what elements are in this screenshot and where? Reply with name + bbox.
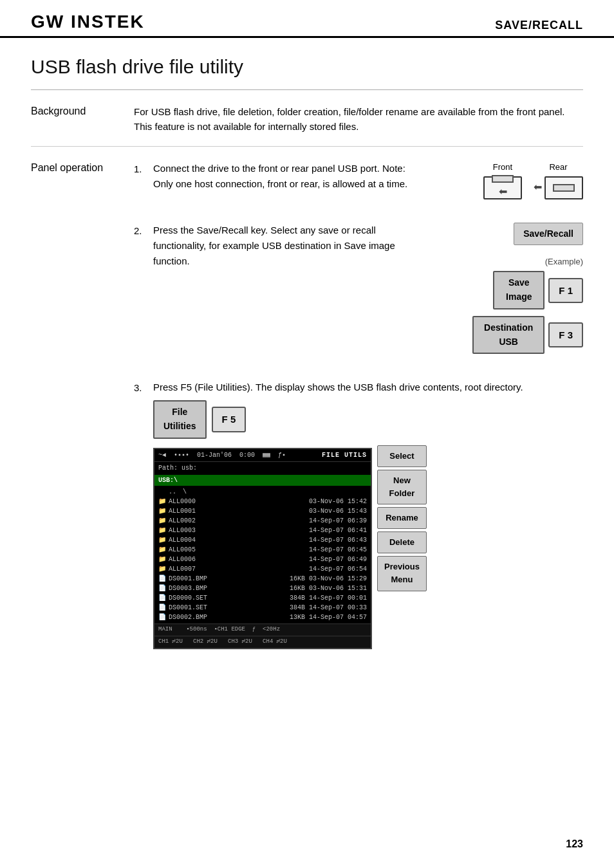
list-item: 📁 ALL0000 03-Nov-06 15:42 — [158, 497, 367, 506]
usb-ports-row: Front ⬅ Rear — [483, 161, 583, 199]
destination-usb-button[interactable]: Destination USB — [472, 316, 544, 354]
list-item: 📁 ALL0001 03-Nov-06 15:43 — [158, 506, 367, 516]
content: USB flash drive file utility Background … — [0, 38, 614, 696]
list-item: 📁 ALL0006 14-Sep-07 06:49 — [158, 555, 367, 564]
list-item: 📄 DS0001.BMP 16KB 03-Nov-06 15:29 — [158, 574, 367, 584]
step-3-number: 3. — [134, 380, 153, 395]
fu-path: Path: usb: — [154, 462, 371, 475]
background-text: For USB flash drive, file deletion, fold… — [134, 104, 583, 134]
save-recall-button[interactable]: Save/Recall — [514, 223, 583, 246]
list-item: 📄 DS0002.BMP 13KB 14-Sep-07 04:57 — [158, 613, 367, 622]
header: GW INSTEK SAVE/RECALL — [0, 0, 614, 38]
fu-statusbar: MAIN ▪500ns ▪CH1 EDGE ƒ <20Hz — [154, 623, 371, 636]
file-util-screen-row: ~◄ •▪▪• 01-Jan'06 0:00 ▦▦ ƒ▪ FILE UTILS … — [153, 445, 583, 649]
save-image-button[interactable]: Save Image — [493, 271, 544, 309]
step-3-body: Press F5 (File Utilities). The display s… — [153, 380, 583, 649]
background-section: Background For USB flash drive, file del… — [31, 90, 583, 147]
panel-operation-label: Panel operation — [31, 161, 134, 174]
front-label: Front — [493, 161, 512, 174]
f1-button[interactable]: F 1 — [548, 278, 583, 303]
usb-front-box: ⬅ — [483, 176, 522, 199]
step-3-text: Press F5 (File Utilities). The display s… — [153, 380, 583, 395]
step-2: 2. Press the Save/Recall key. Select any… — [134, 223, 583, 361]
delete-button[interactable]: Delete — [377, 531, 427, 553]
section-title: SAVE/RECALL — [495, 19, 583, 32]
file-utils-btn-row: File Utilities F 5 — [153, 400, 583, 438]
example-label: (Example) — [545, 255, 583, 268]
list-item: 📄 DS0000.SET 384B 14-Sep-07 00:01 — [158, 593, 367, 603]
file-utilities-button[interactable]: File Utilities — [153, 400, 207, 438]
new-folder-button[interactable]: New Folder — [377, 470, 427, 504]
list-item: 📁 ALL0004 14-Sep-07 06:43 — [158, 535, 367, 545]
fu-topbar: ~◄ •▪▪• 01-Jan'06 0:00 ▦▦ ƒ▪ FILE UTILS — [154, 449, 371, 463]
previous-menu-button[interactable]: Previous Menu — [377, 556, 427, 591]
logo: GW INSTEK — [31, 12, 145, 32]
background-label: Background — [31, 104, 134, 117]
dest-usb-row: Destination USB F 3 — [472, 316, 583, 354]
usb-rear-box — [544, 176, 583, 199]
fu-topbar-right: FILE UTILS — [322, 450, 367, 461]
fu-topbar-left: ~◄ •▪▪• 01-Jan'06 0:00 ▦▦ ƒ▪ — [158, 450, 286, 461]
list-item: 📁 ALL0005 14-Sep-07 06:45 — [158, 545, 367, 555]
select-button[interactable]: Select — [377, 445, 427, 467]
step-3: 3. Press F5 (File Utilities). The displa… — [134, 380, 583, 649]
step-1-visuals: Front ⬅ Rear — [442, 161, 583, 203]
fu-dir-header: USB:\ — [154, 475, 371, 486]
step-2-text: Press the Save/Recall key. Select any sa… — [153, 223, 426, 269]
fu-statusbar2: CH1 ≓2U CH2 ≓2U CH3 ≓2U CH4 ≓2U — [154, 636, 371, 648]
page-number: 123 — [566, 838, 583, 850]
file-util-screen: ~◄ •▪▪• 01-Jan'06 0:00 ▦▦ ƒ▪ FILE UTILS … — [153, 448, 372, 649]
list-item: 📁 ALL0003 14-Sep-07 06:41 — [158, 526, 367, 535]
fu-side-buttons: Select New Folder Rename Delete Previous… — [377, 445, 427, 591]
step-1: 1. Connect the drive to the front or rea… — [134, 161, 583, 203]
panel-operation-body: 1. Connect the drive to the front or rea… — [134, 161, 583, 669]
usb-rear-col: Rear ⬅ — [534, 161, 583, 199]
list-item: 📄 DS0003.BMP 16KB 03-Nov-06 15:31 — [158, 584, 367, 593]
panel-operation-section: Panel operation 1. Connect the drive to … — [31, 147, 583, 680]
step-2-number: 2. — [134, 223, 153, 238]
rear-label: Rear — [549, 161, 567, 174]
page-title: USB flash drive file utility — [31, 56, 583, 78]
list-item: .. \ — [158, 487, 367, 497]
list-item: 📁 ALL0002 14-Sep-07 06:39 — [158, 516, 367, 526]
f5-button[interactable]: F 5 — [212, 407, 247, 432]
step-1-text: Connect the drive to the front or rear p… — [153, 161, 426, 192]
page: GW INSTEK SAVE/RECALL USB flash drive fi… — [0, 0, 614, 868]
save-image-row: Save Image F 1 — [493, 271, 583, 309]
fu-file-list: .. \ 📁 ALL0000 03-Nov-06 15:42 — [154, 486, 371, 623]
step-1-number: 1. — [134, 161, 153, 176]
f3-button[interactable]: F 3 — [548, 322, 583, 347]
usb-front-col: Front ⬅ — [483, 161, 522, 199]
step-2-visuals: Save/Recall (Example) Save Image F 1 Des… — [442, 223, 583, 361]
list-item: 📄 DS0001.SET 384B 14-Sep-07 00:33 — [158, 603, 367, 613]
list-item: 📁 ALL0007 14-Sep-07 06:54 — [158, 564, 367, 574]
save-recall-row: Save/Recall — [514, 223, 583, 246]
rename-button[interactable]: Rename — [377, 507, 427, 529]
